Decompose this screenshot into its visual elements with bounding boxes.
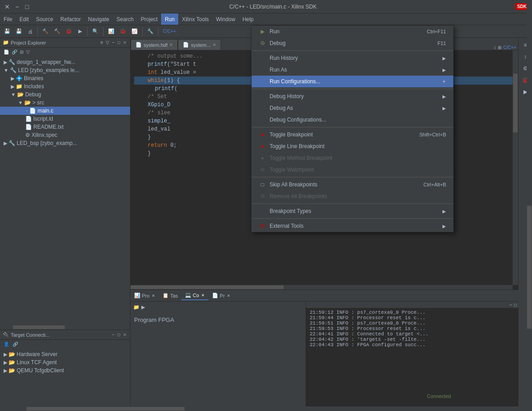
toolbar-save[interactable]: 💾 — [2, 27, 13, 36]
tab-pro[interactable]: 📊 Pro ✕ — [131, 291, 159, 300]
tab-close-btn[interactable]: ✕ — [169, 42, 173, 47]
tp-minimize-btn[interactable]: − — [111, 332, 116, 338]
close-button[interactable]: ✕ — [4, 3, 11, 10]
pf-add-btn[interactable]: 📁 — [133, 304, 140, 310]
dropdown-item-debug[interactable]: ⚙ Debug F11 — [252, 37, 453, 49]
console-minimize-btn[interactable]: − — [509, 303, 512, 307]
dropdown-item-run[interactable]: ▶ Run Ctrl+F11 — [252, 26, 453, 37]
minimize-button[interactable]: − — [14, 3, 21, 10]
tab-pr[interactable]: 📄 Pr ✕ — [208, 291, 234, 300]
maximize-button[interactable]: □ — [23, 3, 31, 10]
toolbar-debug-persp[interactable]: 🐞 — [117, 27, 128, 36]
dropdown-item-toggle-bp[interactable]: ● Toggle Breakpoint Shift+Ctrl+B — [252, 129, 453, 140]
pe-collapse-btn[interactable]: ≡ — [99, 40, 104, 45]
pe-filter-btn[interactable]: ▽ — [105, 40, 110, 45]
console-hscroll[interactable] — [131, 406, 518, 411]
tree-item-lscript[interactable]: 📄 lscript.ld — [0, 115, 130, 123]
pe-hscroll-thumb[interactable] — [13, 325, 65, 329]
tree-item-design1[interactable]: ▶ 🔧 design_1_wrapper_hw... — [0, 58, 130, 66]
menu-help[interactable]: Help — [239, 14, 257, 25]
pe-maximize-btn[interactable]: □ — [117, 40, 121, 45]
menu-search[interactable]: Search — [113, 14, 137, 25]
toolbar-profiler[interactable]: 📈 — [129, 27, 140, 36]
toolbar-xilinx[interactable]: 🔧 — [145, 27, 156, 36]
menu-xilinx-tools[interactable]: Xilinx Tools — [178, 14, 212, 25]
tab-system-mss[interactable]: 📄 system... ✕ — [178, 39, 221, 50]
console-content[interactable]: 21:59:12 INFO : ps7_cortexa9_0 Proce... … — [306, 308, 518, 411]
tab-pro-close[interactable]: ✕ — [152, 294, 155, 298]
dropdown-item-debug-configurations[interactable]: Debug Configurations... — [252, 114, 453, 126]
dropdown-item-run-as[interactable]: Run As ▶ — [252, 64, 453, 76]
editor-vscroll-track[interactable] — [513, 50, 518, 285]
pe-minimize-btn[interactable]: − — [111, 40, 116, 45]
toolbar-perspective[interactable]: 📊 — [106, 27, 117, 36]
toolbar-cpp[interactable]: C/C++ — [161, 27, 178, 36]
tree-item-led-bsp[interactable]: ▶ 🔧 LED_bsp [zybo_examp... — [0, 139, 130, 147]
console-hscroll-thumb[interactable] — [131, 407, 185, 411]
tree-item-led[interactable]: ▼ 🔧 LED [zybo_examples le... — [0, 66, 130, 74]
target-tree[interactable]: ▶ 📂 Hardware Server ▶ 📂 Linux TCF Agent … — [0, 348, 130, 406]
dropdown-item-skip-all-bp[interactable]: □ Skip All Breakpoints Ctrl+Alt+B — [252, 179, 453, 190]
editor-hscroll-thumb[interactable] — [131, 285, 284, 289]
toolbar-debug[interactable]: 🐞 — [63, 27, 74, 36]
project-explorer-hscroll[interactable] — [0, 325, 130, 330]
menu-window[interactable]: Window — [212, 14, 239, 25]
bp-icon: ● — [259, 131, 266, 138]
tab-pr-close[interactable]: ✕ — [227, 294, 230, 298]
dropdown-item-external-tools[interactable]: ⚙ External Tools ▶ — [252, 220, 453, 232]
dropdown-item-run-history[interactable]: Run History ▶ — [252, 52, 453, 64]
editor-sync-btn[interactable]: ↕ — [494, 45, 496, 50]
pe-collapse-all-btn[interactable]: ⊟ — [19, 49, 24, 55]
menu-run[interactable]: Run — [161, 14, 178, 25]
toolbar-save-all[interactable]: 💾 — [14, 27, 24, 36]
menu-navigate[interactable]: Navigate — [84, 14, 113, 25]
toolbar-print[interactable]: 🖨 — [25, 27, 35, 36]
dropdown-item-toggle-line-bp[interactable]: ● Toggle Line Breakpoint — [252, 140, 453, 152]
menu-file[interactable]: File — [0, 14, 16, 25]
toolbar-search[interactable]: 🔍 — [90, 27, 101, 36]
editor-split-btn[interactable]: ⊞ — [498, 45, 501, 50]
pe-filter-view-btn[interactable]: ▽ — [25, 49, 31, 55]
pe-close-btn[interactable]: ✕ — [122, 40, 127, 45]
tab-co[interactable]: 💻 Co ✕ — [181, 291, 208, 300]
menu-source[interactable]: Source — [32, 14, 57, 25]
titlebar-window-controls[interactable]: ✕ − □ — [4, 3, 31, 10]
tab-system-hdf[interactable]: 📄 system.hdf ✕ — [131, 39, 178, 50]
tree-item-qemu[interactable]: ▶ 📂 QEMU TcfgdbClient — [0, 366, 130, 375]
project-tree[interactable]: ▶ 🔧 design_1_wrapper_hw... ▼ 🔧 LED [zybo… — [0, 56, 130, 325]
tab-close-btn2[interactable]: ✕ — [212, 42, 216, 47]
dropdown-item-run-configurations[interactable]: Run Configurations... ✦ — [252, 76, 453, 87]
menu-project[interactable]: Project — [137, 14, 161, 25]
toolbar-run[interactable]: ▶ — [75, 27, 85, 36]
tree-item-hw-server[interactable]: ▶ 📂 Hardware Server — [0, 350, 130, 358]
tree-item-xilinx-spec[interactable]: ⚙ Xilinx.spec — [0, 131, 130, 139]
tree-item-linux-tcf[interactable]: ▶ 📂 Linux TCF Agent — [0, 358, 130, 366]
tree-item-src[interactable]: ▼ 📂 > src — [0, 99, 130, 107]
toolbar-build-all[interactable]: 🔨 — [52, 27, 63, 36]
tab-co-close[interactable]: ✕ — [201, 293, 205, 298]
console-maximize-btn[interactable]: □ — [514, 303, 517, 307]
tp-close-btn[interactable]: ✕ — [122, 332, 127, 338]
editor-vscroll-thumb[interactable] — [513, 74, 518, 132]
tp-maximize-btn[interactable]: □ — [117, 332, 121, 338]
tp-connect-btn[interactable]: 🔗 — [12, 341, 19, 347]
tree-item-debug[interactable]: ▼ 📂 Debug — [0, 90, 130, 99]
toolbar-build[interactable]: 🔨 — [40, 27, 51, 36]
tree-item-main-c[interactable]: + 📄 main.c — [0, 107, 130, 115]
tab-tas[interactable]: 📋 Tas — [159, 291, 181, 300]
pe-link-btn[interactable]: 🔗 — [11, 49, 18, 55]
dropdown-item-bp-types[interactable]: Breakpoint Types ▶ — [252, 205, 453, 217]
pf-run-btn[interactable]: ▶ — [141, 304, 145, 310]
tree-item-includes[interactable]: ▶ 📁 Includes — [0, 82, 130, 90]
menu-edit[interactable]: Edit — [16, 14, 32, 25]
dropdown-label: Run As — [270, 67, 287, 73]
dropdown-item-debug-as[interactable]: Debug As ▶ — [252, 102, 453, 114]
editor-cpp-view-btn[interactable]: C/C++ — [503, 45, 516, 50]
tree-item-readme[interactable]: 📄 README.txt — [0, 123, 130, 131]
tree-item-binaries[interactable]: ▶ 💠 Binaries — [0, 74, 130, 82]
editor-hscroll-track[interactable] — [131, 285, 513, 289]
tp-add-btn[interactable]: 👤 — [3, 341, 10, 347]
dropdown-item-debug-history[interactable]: Debug History ▶ — [252, 90, 453, 102]
menu-refactor[interactable]: Refactor — [57, 14, 84, 25]
pe-new-btn[interactable]: 📄 — [3, 49, 10, 55]
